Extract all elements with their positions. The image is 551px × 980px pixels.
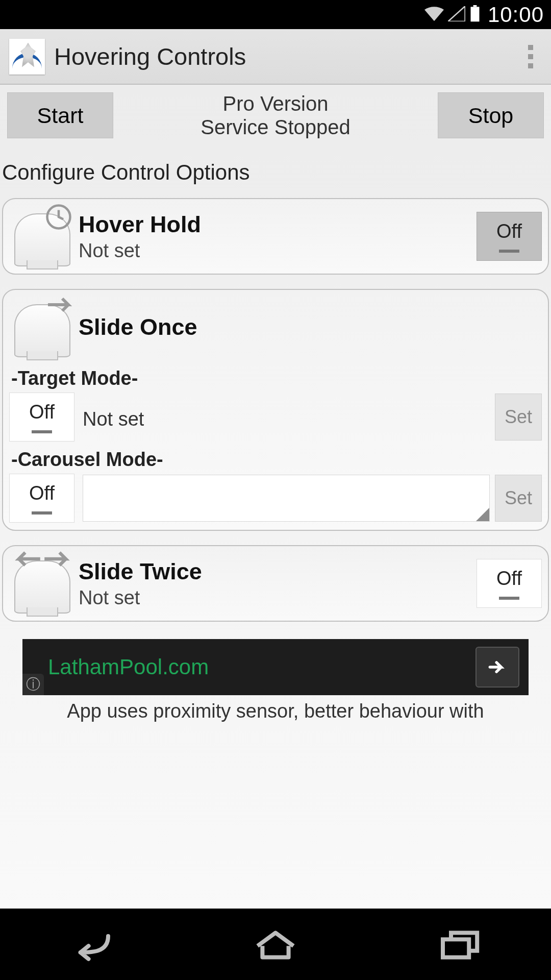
svg-rect-0 <box>470 7 479 21</box>
wifi-icon <box>424 6 444 23</box>
battery-icon <box>469 5 481 24</box>
service-controls: Start Pro Version Service Stopped Stop <box>0 92 551 139</box>
svg-rect-3 <box>443 939 469 957</box>
service-line: Service Stopped <box>113 115 438 139</box>
slide-twice-title: Slide Twice <box>79 558 473 585</box>
footer-note: App uses proximity sensor, better behavi… <box>0 695 551 722</box>
signal-icon <box>448 6 465 23</box>
home-button[interactable] <box>251 926 300 963</box>
hover-hold-toggle[interactable]: Off <box>477 212 542 261</box>
hover-hold-icon <box>9 203 76 270</box>
slide-twice-toggle[interactable]: Off <box>477 559 542 608</box>
service-status: Pro Version Service Stopped <box>113 92 438 139</box>
action-bar: Hovering Controls <box>0 29 551 85</box>
svg-rect-1 <box>473 5 477 7</box>
target-mode-label: -Target Mode- <box>11 368 542 389</box>
hover-hold-card[interactable]: Hover Hold Not set Off <box>2 198 549 275</box>
overflow-menu-icon[interactable] <box>519 45 542 68</box>
slide-once-card[interactable]: Slide Once -Target Mode- Off Not set Set… <box>2 289 549 531</box>
recent-apps-button[interactable] <box>435 926 484 963</box>
ad-arrow-icon[interactable] <box>475 647 519 688</box>
ad-banner[interactable]: ⓘ LathamPool.com <box>22 639 529 695</box>
carousel-mode-spinner[interactable] <box>83 475 490 522</box>
hover-hold-subtitle: Not set <box>79 240 473 262</box>
carousel-mode-toggle[interactable]: Off <box>9 474 74 523</box>
status-bar: 10:00 <box>0 0 551 29</box>
target-mode-toggle[interactable]: Off <box>9 393 74 442</box>
navigation-bar <box>0 909 551 980</box>
slide-twice-card[interactable]: Slide Twice Not set Off <box>2 545 549 622</box>
slide-twice-icon <box>9 550 76 617</box>
main-content: Start Pro Version Service Stopped Stop C… <box>0 85 551 909</box>
carousel-mode-set-button[interactable]: Set <box>495 475 542 522</box>
app-title: Hovering Controls <box>54 42 519 70</box>
ad-info-icon[interactable]: ⓘ <box>22 674 44 695</box>
slide-once-title: Slide Once <box>79 314 542 340</box>
hover-hold-title: Hover Hold <box>79 211 473 238</box>
version-line: Pro Version <box>113 92 438 115</box>
stop-button[interactable]: Stop <box>438 92 544 138</box>
start-button[interactable]: Start <box>7 92 113 138</box>
section-heading: Configure Control Options <box>0 139 551 191</box>
target-mode-value: Not set <box>80 404 490 430</box>
slide-twice-subtitle: Not set <box>79 587 473 609</box>
target-mode-set-button[interactable]: Set <box>495 394 542 440</box>
carousel-mode-label: -Carousel Mode- <box>11 449 542 471</box>
back-button[interactable] <box>67 926 116 963</box>
ad-text: LathamPool.com <box>48 655 209 679</box>
slide-once-icon <box>9 294 76 360</box>
status-time: 10:00 <box>488 3 544 27</box>
app-icon <box>9 39 45 75</box>
